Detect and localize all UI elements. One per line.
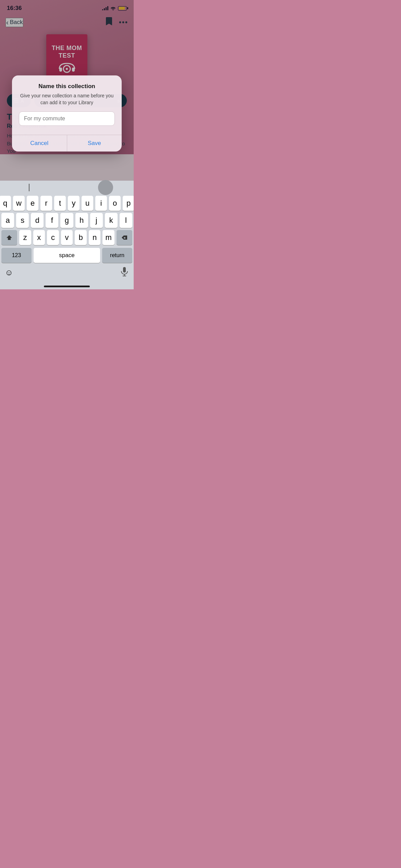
key-f[interactable]: f — [46, 213, 58, 228]
key-c[interactable]: c — [47, 230, 59, 245]
key-j[interactable]: j — [90, 213, 103, 228]
key-b[interactable]: b — [75, 230, 87, 245]
key-r[interactable]: r — [40, 196, 52, 211]
key-g[interactable]: g — [60, 213, 73, 228]
key-w[interactable]: w — [13, 196, 25, 211]
return-key[interactable]: return — [102, 248, 132, 263]
home-indicator — [44, 286, 90, 287]
key-a[interactable]: a — [1, 213, 14, 228]
collection-name-input[interactable] — [19, 111, 115, 126]
save-button[interactable]: Save — [67, 135, 122, 152]
key-t[interactable]: t — [54, 196, 66, 211]
keyboard-row-3: z x c v b n m — [1, 230, 132, 245]
key-n[interactable]: n — [89, 230, 101, 245]
numbers-key[interactable]: 123 — [1, 248, 32, 263]
key-l[interactable]: l — [120, 213, 132, 228]
key-z[interactable]: z — [19, 230, 31, 245]
modal-subtitle: Give your new collection a name before y… — [19, 93, 115, 106]
emoji-button[interactable]: ☺ — [5, 268, 13, 277]
space-key[interactable]: space — [34, 248, 100, 263]
key-e[interactable]: e — [27, 196, 38, 211]
key-m[interactable]: m — [102, 230, 114, 245]
key-o[interactable]: o — [109, 196, 121, 211]
keyboard-emoji-row: ☺ — [0, 264, 134, 284]
keyboard-row-2: a s d f g h j k l — [1, 213, 132, 228]
key-d[interactable]: d — [31, 213, 44, 228]
key-x[interactable]: x — [33, 230, 45, 245]
key-u[interactable]: u — [82, 196, 93, 211]
name-collection-modal: Name this collection Give your new colle… — [12, 75, 122, 152]
modal-body: Name this collection Give your new colle… — [12, 75, 122, 135]
key-i[interactable]: i — [95, 196, 107, 211]
key-p[interactable]: p — [123, 196, 134, 211]
keyboard-bottom-row: 123 space return — [0, 248, 134, 263]
cancel-button[interactable]: Cancel — [12, 135, 67, 152]
cursor-line — [29, 184, 29, 191]
keyboard-row-1: q w e r t y u i o p — [1, 196, 132, 211]
key-y[interactable]: y — [68, 196, 80, 211]
key-h[interactable]: h — [75, 213, 88, 228]
shift-key[interactable] — [1, 230, 17, 245]
drag-handle[interactable] — [98, 180, 113, 195]
keyboard-top-bar — [0, 181, 134, 194]
key-s[interactable]: s — [16, 213, 29, 228]
keyboard-rows: q w e r t y u i o p a s d f g h j k l — [0, 194, 134, 248]
modal-title: Name this collection — [19, 83, 115, 90]
key-k[interactable]: k — [105, 213, 118, 228]
backspace-key[interactable] — [117, 230, 132, 245]
modal-buttons: Cancel Save — [12, 135, 122, 152]
svg-rect-4 — [123, 267, 126, 273]
key-v[interactable]: v — [61, 230, 73, 245]
keyboard: q w e r t y u i o p a s d f g h j k l — [0, 181, 134, 289]
mic-button[interactable] — [120, 266, 129, 279]
key-q[interactable]: q — [0, 196, 11, 211]
